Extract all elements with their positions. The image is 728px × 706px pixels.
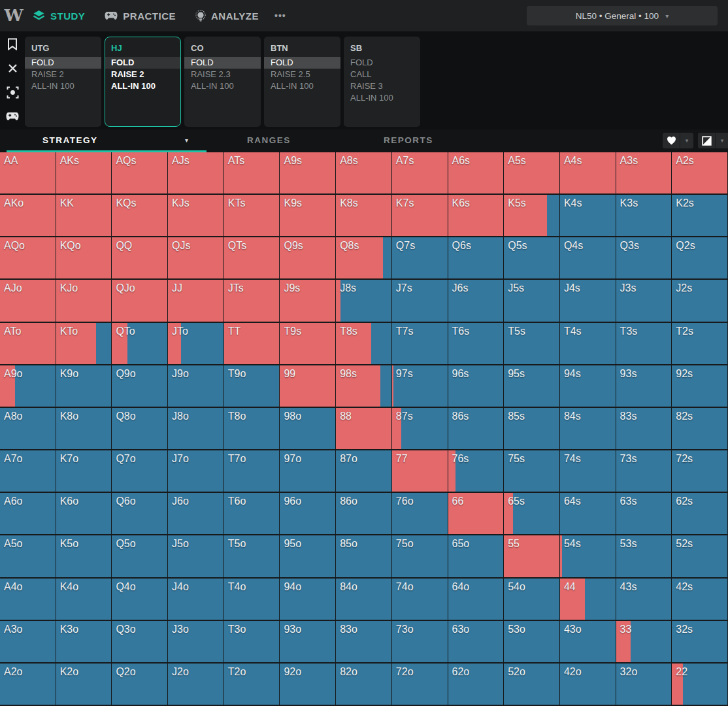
hand-cell-KJs[interactable]: KJs — [168, 195, 224, 237]
action-all-in-100[interactable]: ALL-IN 100 — [25, 80, 101, 92]
nav-study[interactable]: STUDY — [33, 10, 85, 22]
position-panel-co[interactable]: COFOLDRAISE 2.3ALL-IN 100 — [184, 37, 261, 127]
tab-ranges[interactable]: RANGES — [247, 129, 291, 150]
hand-cell-T3s[interactable]: T3s — [616, 323, 672, 365]
hand-cell-K5o[interactable]: K5o — [56, 535, 112, 578]
hand-cell-95o[interactable]: 95o — [280, 535, 336, 578]
hand-cell-T4o[interactable]: T4o — [224, 579, 280, 621]
hand-cell-54o[interactable]: 54o — [504, 579, 560, 621]
hand-cell-J3s[interactable]: J3s — [616, 280, 672, 322]
hand-cell-75s[interactable]: 75s — [504, 450, 560, 493]
hand-cell-QTo[interactable]: QTo — [112, 323, 168, 365]
hand-cell-A7s[interactable]: A7s — [392, 152, 448, 195]
hand-cell-Q2o[interactable]: Q2o — [112, 664, 168, 706]
hand-cell-T5o[interactable]: T5o — [224, 535, 280, 578]
hand-cell-55[interactable]: 55 — [504, 535, 560, 578]
hand-cell-43o[interactable]: 43o — [560, 621, 616, 664]
hand-cell-T7s[interactable]: T7s — [392, 323, 448, 365]
hand-cell-94s[interactable]: 94s — [560, 365, 616, 408]
hand-cell-T9s[interactable]: T9s — [280, 323, 336, 365]
gamepad-icon[interactable] — [5, 109, 20, 124]
hand-cell-K6s[interactable]: K6s — [448, 195, 505, 237]
nav-analyze[interactable]: ANALYZE — [195, 10, 259, 22]
hand-cell-63o[interactable]: 63o — [448, 621, 505, 664]
hand-cell-62s[interactable]: 62s — [672, 493, 728, 535]
hand-cell-98o[interactable]: 98o — [280, 408, 336, 450]
app-logo[interactable]: W — [0, 1, 27, 29]
hand-cell-J7s[interactable]: J7s — [392, 280, 448, 322]
hand-cell-J9o[interactable]: J9o — [168, 365, 224, 408]
hand-cell-QTs[interactable]: QTs — [224, 237, 280, 280]
tab-dropdown-caret[interactable]: ▾ — [185, 129, 188, 150]
hand-cell-K8s[interactable]: K8s — [336, 195, 392, 237]
position-panel-btn[interactable]: BTNFOLDRAISE 2.5ALL-IN 100 — [264, 37, 340, 127]
hand-cell-94o[interactable]: 94o — [280, 579, 336, 621]
hand-cell-Q8o[interactable]: Q8o — [112, 408, 168, 450]
hand-cell-K2s[interactable]: K2s — [672, 195, 728, 237]
hand-cell-43s[interactable]: 43s — [616, 579, 672, 621]
hand-cell-92s[interactable]: 92s — [672, 365, 728, 408]
hand-cell-52o[interactable]: 52o — [504, 664, 560, 706]
hand-cell-AJs[interactable]: AJs — [168, 152, 224, 195]
action-all-in-100[interactable]: ALL-IN 100 — [344, 92, 420, 104]
hand-cell-ATs[interactable]: ATs — [224, 152, 280, 195]
hand-cell-A8s[interactable]: A8s — [336, 152, 392, 195]
hand-cell-Q8s[interactable]: Q8s — [336, 237, 392, 280]
hand-cell-74s[interactable]: 74s — [560, 450, 616, 493]
action-raise-2-5[interactable]: RAISE 2.5 — [264, 69, 340, 80]
hand-cell-33[interactable]: 33 — [616, 621, 672, 664]
hand-cell-TT[interactable]: TT — [224, 323, 280, 365]
hand-cell-77[interactable]: 77 — [392, 450, 448, 493]
close-icon[interactable] — [5, 61, 20, 75]
hand-cell-K6o[interactable]: K6o — [56, 493, 112, 535]
hand-cell-KK[interactable]: KK — [56, 195, 112, 237]
hand-cell-22[interactable]: 22 — [672, 664, 728, 706]
hand-cell-A6o[interactable]: A6o — [0, 493, 56, 535]
hand-cell-T3o[interactable]: T3o — [224, 621, 280, 664]
hand-cell-J4s[interactable]: J4s — [560, 280, 616, 322]
hand-cell-KQs[interactable]: KQs — [112, 195, 168, 237]
action-fold[interactable]: FOLD — [344, 57, 420, 69]
hand-cell-74o[interactable]: 74o — [392, 579, 448, 621]
hand-cell-Q9o[interactable]: Q9o — [112, 365, 168, 408]
position-panel-utg[interactable]: UTGFOLDRAISE 2ALL-IN 100 — [25, 37, 101, 127]
hand-cell-32o[interactable]: 32o — [616, 664, 672, 706]
hand-cell-Q3s[interactable]: Q3s — [616, 237, 672, 280]
hand-cell-87o[interactable]: 87o — [336, 450, 392, 493]
hand-cell-73s[interactable]: 73s — [616, 450, 672, 493]
hand-cell-42o[interactable]: 42o — [560, 664, 616, 706]
hand-cell-K3s[interactable]: K3s — [616, 195, 672, 237]
hand-cell-J5o[interactable]: J5o — [168, 535, 224, 578]
chevron-down-icon[interactable]: ▾ — [716, 133, 728, 148]
hand-cell-AQo[interactable]: AQo — [0, 237, 56, 280]
hand-cell-72o[interactable]: 72o — [392, 664, 448, 706]
hand-cell-86s[interactable]: 86s — [448, 408, 505, 450]
hand-cell-Q6s[interactable]: Q6s — [448, 237, 505, 280]
more-menu-button[interactable]: ••• — [274, 10, 286, 21]
hand-cell-KJo[interactable]: KJo — [56, 280, 112, 322]
hand-cell-42s[interactable]: 42s — [672, 579, 728, 621]
hand-cell-66[interactable]: 66 — [448, 493, 505, 535]
hand-cell-Q6o[interactable]: Q6o — [112, 493, 168, 535]
hand-cell-A4o[interactable]: A4o — [0, 579, 56, 621]
action-call[interactable]: CALL — [344, 69, 420, 80]
solution-selector[interactable]: NL50 • General • 100 ▾ — [527, 6, 718, 25]
hand-cell-K9s[interactable]: K9s — [280, 195, 336, 237]
hand-cell-95s[interactable]: 95s — [504, 365, 560, 408]
hand-cell-A4s[interactable]: A4s — [560, 152, 616, 195]
hand-cell-JTo[interactable]: JTo — [168, 323, 224, 365]
hand-cell-Q4o[interactable]: Q4o — [112, 579, 168, 621]
hand-cell-84o[interactable]: 84o — [336, 579, 392, 621]
hand-cell-JJ[interactable]: JJ — [168, 280, 224, 322]
hand-cell-96o[interactable]: 96o — [280, 493, 336, 535]
hand-cell-J9s[interactable]: J9s — [280, 280, 336, 322]
hand-cell-83s[interactable]: 83s — [616, 408, 672, 450]
hand-cell-J5s[interactable]: J5s — [504, 280, 560, 322]
hand-cell-92o[interactable]: 92o — [280, 664, 336, 706]
hand-cell-97o[interactable]: 97o — [280, 450, 336, 493]
hand-cell-J2s[interactable]: J2s — [672, 280, 728, 322]
hand-cell-65o[interactable]: 65o — [448, 535, 505, 578]
hand-cell-K7o[interactable]: K7o — [56, 450, 112, 493]
hand-cell-A8o[interactable]: A8o — [0, 408, 56, 450]
tab-reports[interactable]: REPORTS — [384, 129, 433, 150]
